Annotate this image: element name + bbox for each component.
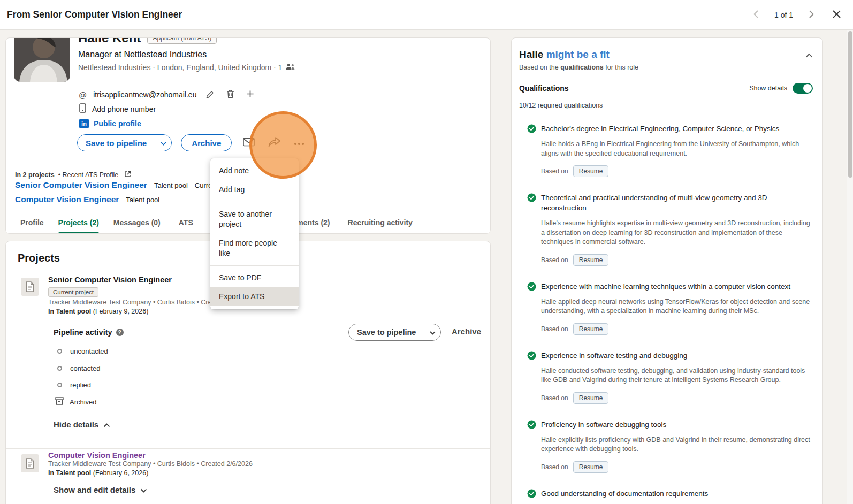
project-link-row: Senior Computer Vision Engineer Talent p…: [15, 180, 241, 190]
candidate-meta: Nettlestead Industries · London, England…: [78, 63, 295, 72]
message-button[interactable]: [241, 135, 257, 150]
qualification-title: Experience with machine learning techniq…: [541, 281, 814, 292]
pencil-icon: [206, 90, 215, 100]
public-profile-link[interactable]: Public profile: [94, 119, 141, 128]
based-on-row: Based on Resume: [541, 165, 814, 177]
project-save-dropdown-button[interactable]: [424, 324, 440, 340]
collapse-panel-button[interactable]: [804, 50, 814, 60]
check-circle-icon: [527, 351, 536, 404]
based-on-row: Based on Resume: [541, 323, 814, 335]
qualification-item: Experience in software testing and debug…: [527, 350, 814, 404]
avatar-image: [14, 37, 70, 82]
fit-subtitle: Based on the qualifications for this rol…: [519, 64, 814, 71]
based-on-row: Based on Resume: [541, 461, 814, 473]
stage-dot-icon: [57, 366, 62, 371]
project-title-cve[interactable]: Computer Vision Engineer: [48, 451, 146, 460]
external-link-icon: [124, 171, 131, 179]
qualification-title: Proficiency in software debugging tools: [541, 419, 814, 430]
check-circle-icon: [527, 193, 536, 266]
menu-item-save-to-pdf[interactable]: Save to PDF: [210, 269, 299, 287]
next-page-button[interactable]: [807, 8, 816, 22]
menu-item-find-more-people-like[interactable]: Find more people like: [210, 234, 299, 263]
check-circle-icon: [527, 282, 536, 335]
qualification-description: Halle holds a BEng in Electrical Enginee…: [541, 140, 814, 158]
delete-email-button[interactable]: [224, 87, 237, 102]
menu-divider: [210, 202, 299, 202]
add-phone-link[interactable]: Add phone number: [92, 105, 156, 113]
qualification-title: Good understanding of documentation requ…: [541, 488, 814, 499]
tab-ats[interactable]: ATS: [179, 211, 193, 234]
caret-down-icon: [430, 329, 436, 337]
pipeline-stage: contacted: [57, 364, 100, 372]
tab-recruiting-activity[interactable]: Recruiting activity: [348, 211, 413, 234]
project-pool-status: In Talent pool (February 9, 2026): [48, 308, 148, 315]
overflow-dropdown-menu: Add note Add tag Save to another project…: [210, 158, 299, 309]
resume-chip[interactable]: Resume: [573, 461, 609, 473]
qualification-item: Theoretical and practical understanding …: [527, 193, 814, 266]
scrollbar-thumb[interactable]: [848, 31, 852, 178]
resume-chip[interactable]: Resume: [573, 323, 609, 335]
plus-icon: [246, 90, 254, 100]
menu-item-add-note[interactable]: Add note: [210, 162, 299, 180]
qualification-description: Halle applied deep neural networks using…: [541, 297, 814, 316]
menu-divider: [210, 265, 299, 266]
check-circle-icon: [527, 420, 536, 473]
project-link-senior-cve[interactable]: Senior Computer Vision Engineer: [15, 180, 147, 190]
resume-chip[interactable]: Resume: [573, 392, 609, 404]
qualification-item: Bachelor's degree in Electrical Engineer…: [527, 124, 814, 177]
project-save-split-button: Save to pipeline: [348, 324, 441, 341]
page-title: From Senior Computer Vision Engineer: [7, 9, 182, 20]
qualification-item: Proficiency in software debugging tools …: [527, 419, 814, 473]
archive-button[interactable]: Archive: [181, 134, 232, 151]
qualification-title: Experience in software testing and debug…: [541, 350, 814, 361]
menu-item-add-tag[interactable]: Add tag: [210, 180, 299, 199]
save-to-pipeline-button[interactable]: Save to pipeline: [78, 135, 155, 151]
add-contact-button[interactable]: [244, 88, 256, 102]
open-ats-profile-button[interactable]: [122, 169, 133, 181]
profile-actions: Save to pipeline Archive: [77, 134, 307, 151]
qualification-item: Experience with machine learning techniq…: [527, 281, 814, 335]
project-meta: Tracker Middleware Test Company • Curtis…: [48, 299, 225, 306]
based-on-row: Based on Resume: [541, 254, 814, 266]
project-archive-button[interactable]: Archive: [452, 327, 481, 336]
name-row: Halle Kent Applicant (from ATS): [78, 37, 217, 45]
save-to-pipeline-dropdown-button[interactable]: [155, 135, 171, 151]
project-title-senior-cve[interactable]: Senior Computer Vision Engineer: [48, 276, 172, 284]
tab-projects[interactable]: Projects (2): [58, 211, 99, 234]
stage-dot-icon: [57, 349, 62, 354]
show-details-control: Show details: [749, 83, 813, 94]
forward-button[interactable]: [266, 135, 283, 151]
project-save-to-pipeline-button[interactable]: Save to pipeline: [349, 324, 424, 340]
project-pool-status: In Talent pool (February 6, 2026): [48, 469, 148, 477]
top-header: From Senior Computer Vision Engineer 1 o…: [0, 0, 853, 30]
resume-chip[interactable]: Resume: [573, 165, 609, 177]
show-details-toggle[interactable]: [793, 83, 813, 94]
fit-title: Halle might be a fit: [519, 49, 610, 60]
scrollbar-track[interactable]: [847, 30, 853, 504]
qualifications-heading: Qualifications: [519, 84, 569, 93]
qualification-title: Theoretical and practical understanding …: [541, 193, 814, 213]
overflow-menu-button[interactable]: [292, 137, 307, 149]
close-button[interactable]: [830, 7, 843, 22]
ellipsis-icon: [294, 139, 304, 147]
tab-profile[interactable]: Profile: [20, 211, 44, 234]
help-icon[interactable]: ?: [116, 329, 124, 336]
tab-messages[interactable]: Messages (0): [113, 211, 161, 234]
fit-panel: Halle might be a fit Based on the qualif…: [511, 37, 823, 504]
forward-arrow-icon: [268, 137, 280, 149]
talent-pool-label: Talent pool: [126, 196, 159, 204]
phone-row: Add phone number: [79, 103, 156, 114]
show-edit-details-button[interactable]: Show and edit details: [54, 485, 147, 494]
menu-item-save-to-another-project[interactable]: Save to another project: [210, 205, 299, 234]
project-meta: Tracker Middleware Test Company • Curtis…: [48, 460, 253, 468]
pagination: 1 of 1: [751, 8, 816, 22]
profile-photo[interactable]: [14, 37, 70, 82]
prev-page-button[interactable]: [751, 8, 760, 22]
resume-chip[interactable]: Resume: [573, 254, 609, 266]
hide-details-button[interactable]: Hide details: [54, 420, 110, 429]
in-projects-row: In 2 projects • Recent ATS Profile: [15, 169, 133, 181]
menu-item-export-to-ats[interactable]: Export to ATS: [210, 287, 299, 306]
edit-email-button[interactable]: [204, 88, 217, 102]
qualification-description: Halle explicitly lists proficiency with …: [541, 436, 814, 454]
project-link-cve[interactable]: Computer Vision Engineer: [15, 195, 119, 204]
